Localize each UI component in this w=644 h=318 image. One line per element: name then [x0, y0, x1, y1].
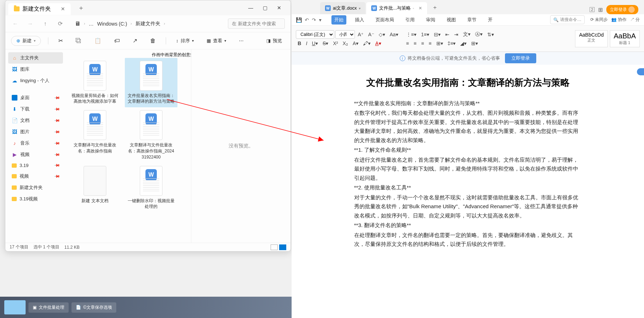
redo-icon[interactable]: ↷ [312, 17, 316, 23]
preview-toggle[interactable]: ◨ 预览 [264, 36, 285, 45]
dropdown-icon[interactable]: ▫ [413, 6, 414, 10]
new-button[interactable]: ⊕ 新建 ▾ [11, 36, 41, 46]
align-center-button[interactable]: ≡ [412, 39, 418, 47]
align-left-button[interactable]: ≡ [404, 39, 411, 47]
view-button[interactable]: ▦ 查看 ▾ [204, 36, 229, 45]
sidebar-item-downloads[interactable]: ⬇下载📌 [8, 103, 63, 115]
sidebar-item-folder[interactable]: 3.19📌 [8, 160, 63, 171]
ribbon-tab-chapter[interactable]: 章节 [464, 15, 479, 25]
change-case-button[interactable]: Aa▾ [388, 31, 400, 38]
new-tab-button[interactable]: ＋ [428, 1, 442, 14]
side-marker-icon[interactable] [637, 68, 644, 75]
italic-button[interactable]: I [304, 39, 309, 47]
taskbar-item[interactable]: ▣ 文件批量处理 [28, 302, 69, 313]
new-tab-button[interactable]: ＋ [78, 4, 84, 12]
close-icon[interactable]: ✕ [419, 6, 422, 11]
highlight-button[interactable]: 🖍▾ [361, 39, 372, 47]
sidebar-item-videos[interactable]: ▶视频📌 [8, 149, 63, 160]
font-select[interactable]: Calibri (正文) [296, 30, 334, 39]
view-grid-button[interactable] [279, 244, 286, 250]
command-search[interactable]: 🔍 请搜命令… [550, 15, 585, 24]
file-grid[interactable]: 作画中画背景的创意技巧 W 视频批量剪辑必备：如何高效地为视频添加字幕 W 文件… [66, 49, 191, 243]
file-item[interactable]: W 文章翻译与文件批量改名：高效操作指南_202431922400 [125, 107, 177, 163]
save-icon[interactable]: 💾 [296, 17, 302, 23]
more-button[interactable]: ⋯ [236, 37, 246, 45]
sidebar-item-documents[interactable]: 📄文档📌 [8, 115, 63, 126]
text-effects-button[interactable]: A▾ [351, 39, 360, 47]
borders-button[interactable]: ⊞▾ [469, 39, 480, 47]
close-button[interactable]: ✕ [276, 5, 282, 11]
up-button[interactable]: ↑ [41, 20, 49, 28]
document-area[interactable]: 文件批量改名实用指南：文章翻译的新方法与策略 **文件批量改名实用指南：文章翻译… [292, 65, 644, 318]
sidebar-item-home[interactable]: ⌂主文件夹 [8, 52, 63, 64]
back-button[interactable]: ← [11, 20, 20, 28]
ribbon-tab-insert[interactable]: 插入 [352, 15, 367, 25]
subscript-button[interactable]: X₂ [341, 39, 350, 47]
bold-button[interactable]: B [296, 39, 303, 47]
sidebar-item-folder[interactable]: 视频📌 [8, 171, 63, 182]
file-item[interactable]: W 一键删除水印：视频批量处理的 [125, 163, 177, 213]
decrease-indent-button[interactable]: ⇤ [443, 31, 451, 38]
bullet-list-button[interactable]: ⋮≡▾ [404, 31, 418, 38]
text-direction-button[interactable]: 文▾ [461, 30, 472, 39]
coop-button[interactable]: 👥 协作 [611, 17, 626, 23]
ribbon-tab-layout[interactable]: 页面布局 [373, 15, 397, 25]
file-item[interactable]: W 视频批量剪辑必备：如何高效地为视频添加字幕 [69, 58, 121, 108]
align-distribute-button[interactable]: Ⓐ▾ [473, 30, 484, 39]
sort-button[interactable]: ↕ 排序 ▾ [173, 36, 197, 45]
strike-button[interactable]: S▾ [321, 39, 330, 47]
superscript-button[interactable]: X² [331, 39, 340, 47]
breadcrumb-folder[interactable]: 新建文件夹 [135, 21, 160, 27]
file-item[interactable]: W 文章翻译与文件批量改名：高效操作指南 [69, 107, 121, 163]
breadcrumb-drive[interactable]: Windows (C:) [97, 21, 127, 27]
taskbar-thumbnail[interactable] [4, 300, 26, 314]
apps-icon[interactable]: ⊞ [598, 6, 603, 13]
ribbon-tab-open[interactable]: 开 [485, 15, 495, 25]
number-list-button[interactable]: 1≡▾ [419, 31, 431, 38]
sidebar-item-folder[interactable]: 3.19视频 [8, 193, 63, 205]
ribbon-tab-review[interactable]: 审阅 [423, 15, 438, 25]
tab-close-icon[interactable]: ✕ [61, 6, 65, 12]
breadcrumb-dots[interactable]: … [89, 21, 94, 27]
sidebar-item-pictures[interactable]: 🖼图片📌 [8, 126, 63, 138]
sidebar-item-folder[interactable]: 新建文件夹 [8, 182, 63, 193]
file-item-selected[interactable]: W 文件批量改名实用指南：文章翻译的新方法与策略 [125, 58, 177, 108]
dropdown-icon[interactable]: ▾ [359, 6, 361, 10]
sidebar-item-onedrive[interactable]: ☁lingying - 个人 [8, 75, 63, 86]
shading-button[interactable]: ◢▾ [458, 39, 468, 47]
refresh-button[interactable]: ⟳ [56, 20, 64, 28]
wps-doc-tab-active[interactable]: W 文件批...与策略 ▫ ✕ [366, 2, 427, 14]
minimize-button[interactable]: — [248, 5, 254, 11]
clear-format-button[interactable]: ◇▾ [377, 31, 387, 38]
sidebar-item-gallery[interactable]: 🖼图库 [8, 64, 63, 75]
login-button[interactable]: 立即登录 [606, 5, 638, 14]
forward-button[interactable]: → [26, 20, 34, 28]
underline-button[interactable]: U▾ [310, 39, 320, 47]
style-heading1[interactable]: AaBbA 标题 1 [610, 30, 640, 47]
taskbar-item[interactable]: 📄 ©文章保存选项 [71, 302, 116, 313]
explorer-tab[interactable]: 新建文件夹 ✕ [8, 3, 71, 15]
sync-status[interactable]: ⟳ 未同步 [590, 17, 608, 23]
file-item[interactable]: 新建 文本文档 [69, 163, 121, 213]
size-select[interactable]: 小四 [335, 30, 355, 39]
distribute-button[interactable]: ⊞▾ [435, 39, 445, 47]
decrease-font-button[interactable]: A⁻ [366, 31, 376, 38]
font-color-button[interactable]: A▾ [373, 39, 383, 47]
delete-button[interactable]: 🗑 [147, 36, 159, 45]
qat-dropdown[interactable]: ▾ [319, 17, 321, 23]
sidebar-item-music[interactable]: ♪音乐📌 [8, 138, 63, 149]
rename-button[interactable]: 🏷 [111, 36, 123, 45]
ribbon-tab-reference[interactable]: 引用 [403, 15, 417, 25]
cut-button[interactable]: ✂ [55, 36, 66, 45]
breadcrumb[interactable]: 🖥 › … Windows (C:) › 新建文件夹 › [71, 18, 222, 29]
paste-button[interactable]: 📋 [91, 36, 104, 45]
increase-indent-button[interactable]: ⇥ [452, 31, 460, 38]
view-list-button[interactable] [271, 244, 278, 250]
wps-doc-tab[interactable]: W ai文章.docx ▾ [320, 2, 366, 14]
align-justify-button[interactable]: ≡ [427, 39, 433, 47]
line-spacing-button[interactable]: ‡≡▾ [446, 39, 458, 47]
multilevel-list-button[interactable]: ⊟▾ [432, 31, 442, 38]
style-normal[interactable]: AaBbCcDd 正文 [575, 30, 607, 47]
share-button[interactable]: ↗ [130, 36, 140, 45]
banner-login-button[interactable]: 立即登录 [505, 53, 536, 63]
